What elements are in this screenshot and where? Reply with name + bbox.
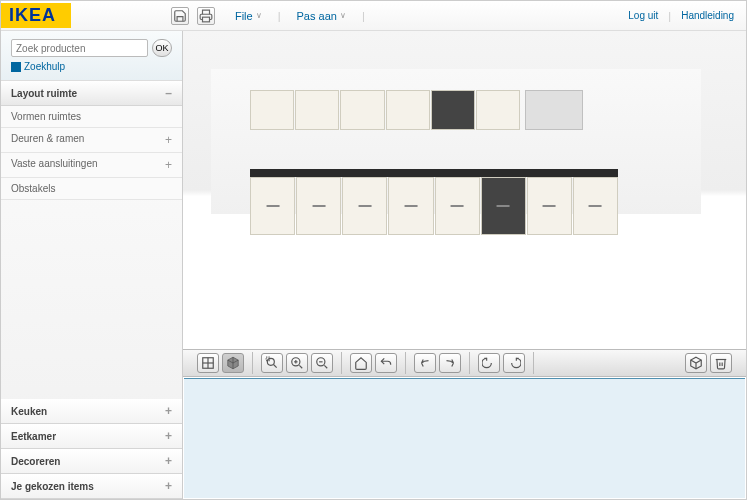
plus-icon: +	[165, 158, 172, 172]
pan-right-button[interactable]	[439, 353, 461, 373]
kitchen-render	[211, 69, 701, 333]
zoom-in-icon	[290, 356, 304, 370]
bottom-accordion: Keuken+ Eetkamer+ Decoreren+ Je gekozen …	[1, 399, 182, 499]
search-area: OK Zoekhulp	[1, 31, 182, 81]
undo-icon	[379, 356, 393, 370]
svg-line-5	[274, 365, 277, 368]
kitchen-3d-viewport[interactable]	[183, 31, 746, 349]
search-input[interactable]	[11, 39, 148, 57]
minus-icon: –	[165, 86, 172, 100]
logout-link[interactable]: Log uit	[628, 10, 658, 22]
manual-link[interactable]: Handleiding	[681, 10, 734, 22]
svg-point-4	[267, 358, 274, 365]
svg-line-8	[299, 365, 302, 368]
zoom-region-button[interactable]	[261, 353, 283, 373]
sidebar-item-obstacles[interactable]: Obstakels	[1, 178, 182, 200]
view-2d-button[interactable]	[197, 353, 219, 373]
header-right: Log uit | Handleiding	[628, 10, 746, 22]
package-button[interactable]	[685, 353, 707, 373]
plus-icon: +	[165, 404, 172, 418]
header: IKEA® File∨ | Pas aan∨ | Log uit | Handl…	[1, 1, 746, 31]
brand-logo: IKEA®	[1, 3, 71, 28]
selected-items-panel[interactable]	[184, 378, 745, 498]
print-button[interactable]	[197, 7, 215, 25]
search-help-link[interactable]: Zoekhulp	[11, 61, 172, 72]
menu-fit[interactable]: Pas aan∨	[297, 10, 346, 22]
sidebar-item-shapes[interactable]: Vormen ruimtes	[1, 106, 182, 128]
canvas-area	[183, 31, 746, 499]
zoom-out-icon	[315, 356, 329, 370]
accordion-dining[interactable]: Eetkamer+	[1, 424, 182, 448]
menu-bar: File∨ | Pas aan∨ |	[235, 10, 365, 22]
pan-left-icon	[418, 356, 432, 370]
package-icon	[689, 356, 703, 370]
home-button[interactable]	[350, 353, 372, 373]
sidebar-item-doors[interactable]: Deuren & ramen+	[1, 128, 182, 153]
sidebar-item-fixtures[interactable]: Vaste aansluitingen+	[1, 153, 182, 178]
tag-icon	[11, 62, 21, 72]
accordion: Layout ruimte– Vormen ruimtes Deuren & r…	[1, 81, 182, 399]
chevron-down-icon: ∨	[340, 11, 346, 20]
accordion-chosen-items[interactable]: Je gekozen items+	[1, 474, 182, 498]
svg-line-12	[324, 365, 327, 368]
sidebar: OK Zoekhulp Layout ruimte– Vormen ruimte…	[1, 31, 183, 499]
rotate-left-button[interactable]	[478, 353, 500, 373]
pan-left-button[interactable]	[414, 353, 436, 373]
svg-rect-0	[202, 17, 209, 22]
zoom-out-button[interactable]	[311, 353, 333, 373]
accordion-decorate[interactable]: Decoreren+	[1, 449, 182, 473]
grid-icon	[201, 356, 215, 370]
app-window: IKEA® File∨ | Pas aan∨ | Log uit | Handl…	[0, 0, 747, 500]
undo-button[interactable]	[375, 353, 397, 373]
view-3d-button[interactable]	[222, 353, 244, 373]
plus-icon: +	[165, 454, 172, 468]
delete-button[interactable]	[710, 353, 732, 373]
pan-right-icon	[443, 356, 457, 370]
zoom-region-icon	[265, 356, 279, 370]
rotate-right-icon	[507, 356, 521, 370]
body: OK Zoekhulp Layout ruimte– Vormen ruimte…	[1, 31, 746, 499]
save-button[interactable]	[171, 7, 189, 25]
accordion-kitchen[interactable]: Keuken+	[1, 399, 182, 423]
header-tools	[171, 7, 215, 25]
accordion-layout[interactable]: Layout ruimte–	[1, 81, 182, 105]
home-icon	[354, 356, 368, 370]
menu-file[interactable]: File∨	[235, 10, 262, 22]
print-icon	[199, 9, 213, 23]
rotate-right-button[interactable]	[503, 353, 525, 373]
chevron-down-icon: ∨	[256, 11, 262, 20]
save-icon	[173, 9, 187, 23]
zoom-in-button[interactable]	[286, 353, 308, 373]
search-ok-button[interactable]: OK	[152, 39, 172, 57]
cube-icon	[226, 356, 240, 370]
plus-icon: +	[165, 479, 172, 493]
trash-icon	[714, 356, 728, 370]
viewport-toolbar	[183, 349, 746, 377]
rotate-left-icon	[482, 356, 496, 370]
plus-icon: +	[165, 133, 172, 147]
plus-icon: +	[165, 429, 172, 443]
